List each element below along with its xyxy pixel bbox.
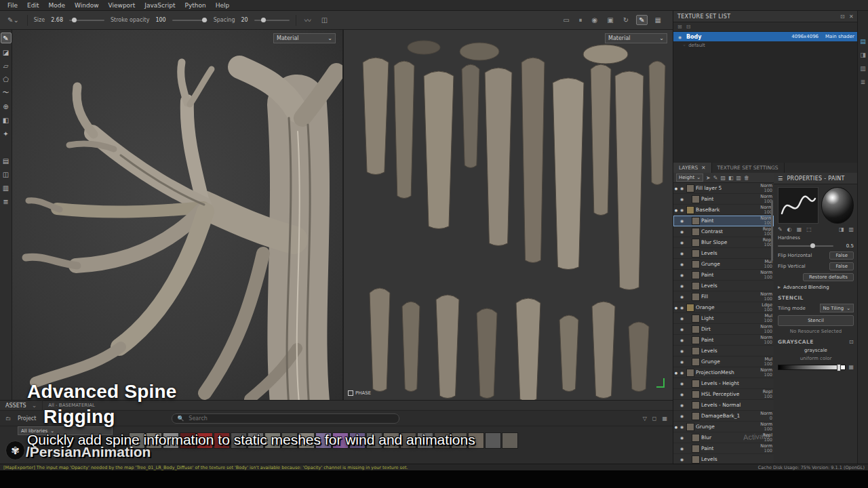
visibility-eye-icon[interactable]: ◉	[679, 403, 685, 407]
layer-thumbnail[interactable]	[686, 423, 694, 431]
group-expand-icon[interactable]: ●	[673, 425, 679, 429]
display-settings-icon[interactable]: ▤	[860, 38, 866, 45]
layer-blend-opacity[interactable]: Norm100	[752, 444, 772, 453]
spacing-slider[interactable]	[254, 20, 290, 21]
layer-thumbnail[interactable]	[692, 325, 700, 333]
layer-blend-opacity[interactable]: Mul100	[752, 357, 772, 366]
visibility-eye-icon[interactable]: ◉	[679, 251, 685, 256]
paint-tool-icon[interactable]: ✎	[1, 33, 12, 43]
pause-engine-icon[interactable]: ⏸	[577, 16, 585, 25]
flip-horizontal-toggle[interactable]: False	[829, 251, 854, 260]
log-icon[interactable]: ≣	[861, 79, 866, 85]
visibility-eye-icon[interactable]: ◉	[679, 338, 685, 342]
visibility-eye-icon[interactable]: ◉	[679, 207, 685, 212]
menu-file[interactable]: File	[3, 2, 22, 9]
layer-thumbnail[interactable]	[692, 271, 700, 279]
brush-stroke-preview[interactable]	[778, 187, 818, 224]
tab-texture-set-settings[interactable]: TEXTURE SET SETTINGS	[712, 163, 785, 173]
layer-thumbnail[interactable]	[692, 336, 700, 344]
layer-row[interactable]: ●◉Fill layer 5Norm100	[673, 183, 774, 194]
layer-row[interactable]: ◉PaintNorm100	[673, 216, 774, 226]
visibility-eye-icon[interactable]: ◉	[679, 197, 685, 201]
search-input[interactable]	[187, 415, 394, 422]
grayscale-gradient-slider[interactable]	[778, 365, 846, 370]
visibility-eye-icon[interactable]: ◉	[679, 370, 685, 375]
layer-thumbnail[interactable]	[692, 260, 700, 268]
grayscale-menu-icon[interactable]: ⊡	[849, 339, 854, 345]
layer-thumbnail[interactable]	[692, 401, 700, 409]
material-preview-sphere[interactable]	[821, 187, 854, 224]
symmetry-icon[interactable]: ◫	[319, 16, 330, 24]
delete-layer-icon[interactable]: 🗑	[744, 175, 749, 181]
visibility-eye-icon[interactable]: ◉	[679, 305, 685, 310]
stencil-slot-button[interactable]: Stencil	[778, 315, 854, 326]
add-mask-icon[interactable]: ▥	[736, 175, 742, 181]
thumb-size-icon[interactable]: ◻	[652, 415, 657, 422]
stroke-opacity-slider[interactable]	[172, 20, 208, 21]
grayscale-value[interactable]: grayscale	[778, 348, 854, 353]
channel-filter-dropdown[interactable]: Height⌄	[676, 174, 703, 182]
layer-row[interactable]: ◉Levels - Height	[673, 378, 774, 389]
perspective-icon[interactable]: ▭	[561, 16, 571, 24]
collapse-all-icon[interactable]: ⊟	[686, 24, 691, 30]
group-expand-icon[interactable]: ●	[673, 371, 679, 375]
render-mode-icon[interactable]: ▦	[653, 16, 663, 24]
hardness-slider[interactable]	[778, 245, 833, 247]
stencil-tab-icon[interactable]: ▦	[797, 226, 802, 232]
layer-blend-opacity[interactable]: Norm100	[752, 325, 772, 333]
layer-blend-opacity[interactable]: Mul100	[752, 314, 772, 323]
layer-row[interactable]: ◉PaintNorm100	[673, 270, 774, 281]
grid-view-icon[interactable]: ◨	[839, 226, 844, 232]
brush-preset-icon[interactable]: ✎⌄	[5, 16, 21, 24]
visibility-eye-icon[interactable]: ◉	[679, 283, 685, 288]
menu-viewport[interactable]: Viewport	[104, 2, 140, 9]
layer-thumbnail[interactable]	[692, 445, 700, 453]
layer-blend-opacity[interactable]: Norm100	[752, 292, 772, 301]
brush-tab-icon[interactable]: ✎	[778, 226, 783, 232]
layer-row[interactable]: ◉LightMul100	[673, 313, 774, 324]
menu-mode[interactable]: Mode	[44, 2, 71, 9]
expand-arrow-icon[interactable]: ▸	[778, 284, 781, 290]
layer-blend-opacity[interactable]: Repl100	[752, 238, 772, 247]
alpha-tab-icon[interactable]: ◐	[787, 226, 792, 232]
polygon-fill-tool-icon[interactable]: ⬠	[1, 75, 11, 84]
shader-settings-icon[interactable]: ◨	[860, 52, 866, 58]
layer-thumbnail[interactable]	[692, 195, 700, 203]
layer-blend-opacity[interactable]: Norm100	[752, 195, 772, 203]
layer-thumbnail[interactable]	[692, 412, 700, 420]
layer-thumbnail[interactable]	[686, 184, 694, 192]
visibility-eye-icon[interactable]: ◉	[679, 435, 685, 440]
asset-thumbnail[interactable]	[485, 432, 501, 449]
search-box[interactable]: 🔍	[172, 413, 399, 424]
add-group-icon[interactable]: ◧	[728, 175, 734, 181]
visibility-eye-icon[interactable]: ◉	[679, 262, 685, 266]
layer-blend-opacity[interactable]: Norm100	[752, 368, 772, 377]
layer-thumbnail[interactable]	[692, 282, 700, 290]
visibility-eye-icon[interactable]: ◉	[679, 424, 685, 429]
layer-thumbnail[interactable]	[692, 314, 700, 323]
visibility-eye-icon[interactable]: ◉	[677, 35, 683, 39]
layer-row[interactable]: ◉DirtNorm100	[673, 324, 774, 335]
material-tab-icon[interactable]: ⬚	[806, 226, 812, 232]
layer-row[interactable]: ◉GrungeMul100	[673, 357, 774, 367]
layer-thumbnail[interactable]	[692, 347, 700, 355]
visibility-eye-icon[interactable]: ◉	[679, 327, 685, 331]
visibility-eye-icon[interactable]: ◉	[679, 413, 685, 418]
layer-row[interactable]: ◉Levels	[673, 281, 774, 291]
menu-python[interactable]: Python	[180, 2, 210, 9]
layer-row[interactable]: ◉PaintNorm100	[673, 194, 774, 205]
layer-thumbnail[interactable]	[692, 293, 700, 301]
menu-edit[interactable]: Edit	[22, 2, 43, 9]
visibility-eye-icon[interactable]: ◉	[679, 229, 685, 234]
layer-row[interactable]: ◉Levels	[673, 454, 774, 464]
stroke-opacity-value[interactable]: 100	[155, 17, 165, 23]
layer-row[interactable]: ●◉BaseBarkNorm100	[673, 205, 774, 216]
layer-blend-opacity[interactable]: Norm100	[752, 216, 772, 225]
layer-blend-opacity[interactable]: Norm100	[752, 270, 772, 279]
add-fill-icon[interactable]: ▨	[720, 175, 726, 181]
expand-all-icon[interactable]: ⊞	[677, 24, 682, 30]
layer-blend-opacity[interactable]: Norm100	[752, 184, 772, 192]
assets-title[interactable]: ASSETS	[5, 403, 26, 409]
layer-row[interactable]: ◉PaintNorm100	[673, 335, 774, 346]
flip-vertical-toggle[interactable]: False	[829, 262, 854, 270]
